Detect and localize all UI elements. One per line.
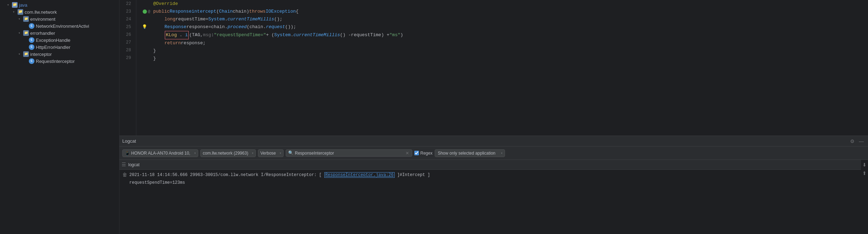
tree-item-exception-handle[interactable]: ▾ C ExceptionHandle — [0, 37, 119, 44]
folder-icon: 📁 — [23, 16, 29, 22]
tree-item-environment[interactable]: ▾ 📁 environment — [0, 15, 119, 22]
side-button-2[interactable]: ⬆ — [862, 170, 867, 177]
gutter-25: 💡 — [142, 23, 153, 31]
side-button-1[interactable]: ⬇ — [862, 161, 867, 168]
line-22: 22 — [119, 0, 133, 8]
device-select[interactable]: 📱 HONOR ALA-AN70 Android 10, — [122, 149, 198, 157]
string-lit: "requestSpendTime=" — [214, 31, 266, 39]
brace-open: { — [296, 8, 299, 15]
line-numbers: 22 23 24 25 26 27 28 29 — [119, 0, 136, 136]
system-class: System — [208, 15, 225, 23]
expand-arrow: ▾ — [18, 31, 22, 35]
annotation: @Override — [153, 0, 178, 8]
brace-close2: } — [153, 55, 156, 63]
dot: . — [291, 31, 293, 39]
logcat-content: 🗑 2021-11-18 14:14:56.666 29963-30015/co… — [119, 170, 861, 234]
var-request-time: requestTime — [175, 15, 206, 23]
tree-label: NetworkEnvironmentActivi — [36, 24, 89, 29]
tree-item-request-interceptor[interactable]: ▾ C RequestInterceptor — [0, 58, 119, 65]
regex-checkbox[interactable] — [414, 151, 419, 155]
brace-close: } — [153, 47, 156, 55]
log-text-after: ]#Intercept ] — [397, 173, 430, 177]
green-dot-icon — [143, 9, 147, 14]
tree-item-network-env[interactable]: ▾ C NetworkEnvironmentActivi — [0, 22, 119, 30]
logcat-title: Logcat — [122, 138, 136, 144]
show-app-select[interactable]: Show only selected application No Filter… — [435, 149, 505, 157]
main-container: ▾ 📁 java ▾ 📁 com.llw.network ▾ 📁 environ… — [0, 0, 868, 234]
close: ) — [400, 31, 403, 39]
code-editor: 22 23 24 25 26 27 28 29 @Override — [119, 0, 868, 136]
logcat-controls: ⚙ — — [849, 138, 865, 145]
line-26: 26 — [119, 31, 133, 39]
keyword-return: return — [164, 39, 181, 47]
current-time-millis: currentTimeMillis — [227, 15, 274, 23]
package-select[interactable]: com.llw.network (29963) — [200, 149, 256, 157]
tree-item-errorhandler[interactable]: ▾ 📁 errorhandler — [0, 30, 119, 37]
request-method: request — [266, 23, 285, 31]
paren: ( — [189, 31, 192, 39]
ms-string: "ms" — [389, 31, 400, 39]
tree-item-interceptor[interactable]: ▾ 📁 interceptor — [0, 51, 119, 58]
chain-var: chain — [233, 8, 246, 15]
colon: : — [211, 31, 214, 39]
expand-arrow: ▾ — [13, 10, 17, 14]
code-line-28: } — [142, 47, 868, 55]
line-29: 29 — [119, 54, 133, 62]
clear-search-button[interactable]: ✕ — [405, 151, 410, 156]
search-input[interactable] — [295, 151, 405, 156]
logcat-log-area: ☰ logcat 🗑 2021-11-18 14:14:56.666 29963… — [119, 160, 861, 234]
loglevel-select[interactable]: Verbose Debug Info Warn Error — [258, 149, 284, 157]
loglevel-select-wrapper: Verbose Debug Info Warn Error — [258, 149, 284, 157]
minimize-button[interactable]: — — [857, 138, 865, 145]
expand-arrow: ▾ — [7, 3, 11, 7]
parens3: () - — [340, 31, 351, 39]
code-line-22: @Override — [142, 0, 868, 8]
search-box: 🔍 ✕ — [286, 149, 412, 157]
package-select-wrapper: com.llw.network (29963) — [200, 149, 256, 157]
log-second-line: requestSpendTime=123ms — [129, 180, 185, 185]
plus2: ) + — [381, 31, 389, 39]
tree-item-java[interactable]: ▾ 📁 java — [0, 1, 119, 8]
log-link[interactable]: ResponseInterceptor.java:26 — [324, 172, 395, 178]
code-line-26: KLog . i ( TAG , msg : "requestSpendTime… — [142, 31, 868, 39]
regex-label[interactable]: Regex — [414, 151, 433, 156]
chain-type: Chain — [219, 8, 233, 15]
gear-button[interactable]: ⚙ — [849, 138, 856, 145]
tree-label: java — [19, 2, 27, 8]
show-select-wrapper: Show only selected application No Filter… — [435, 149, 505, 157]
klog-method: i — [185, 32, 188, 38]
gutter-23: @ — [142, 8, 153, 15]
menu-icon: ☰ — [122, 162, 126, 168]
editor-area: 22 23 24 25 26 27 28 29 @Override — [119, 0, 868, 234]
class-icon: C — [29, 44, 34, 50]
folder-icon: 📁 — [12, 2, 18, 8]
response-type: Response — [164, 23, 186, 31]
tree-item-http-error[interactable]: ▾ C HttpErrorHandler — [0, 44, 119, 51]
dot: . — [180, 32, 182, 38]
line-23: 23 — [119, 8, 133, 15]
log-line-1: 🗑 2021-11-18 14:14:56.666 29963-30015/co… — [119, 171, 861, 179]
klog-tag: KLog — [166, 32, 177, 38]
tree-label: com.llw.network — [25, 9, 57, 15]
tree-label: ExceptionHandle — [36, 38, 70, 43]
keyword-public: public — [153, 8, 170, 15]
parens2: ()); — [285, 23, 296, 31]
regex-label-text: Regex — [420, 151, 433, 156]
log-line-2: requestSpendTime=123ms — [119, 179, 861, 187]
expand-arrow: ▾ — [18, 17, 22, 21]
tag-var: TAG — [192, 31, 200, 39]
proceed-method: proceed — [227, 23, 247, 31]
response-var: response — [181, 39, 203, 47]
paren-close: ) — [246, 8, 249, 15]
method-name: intercept — [192, 8, 216, 15]
file-tree-sidebar: ▾ 📁 java ▾ 📁 com.llw.network ▾ 📁 environ… — [0, 0, 119, 234]
code-line-24: long requestTime = System . currentTimeM… — [142, 15, 868, 23]
logcat-label: logcat — [128, 162, 140, 167]
log-text-before: 2021-11-18 14:14:56.666 29963-30015/com.… — [129, 173, 324, 177]
throws-keyword: throws — [249, 8, 266, 15]
logcat-toolbar-left: ☰ logcat — [119, 160, 861, 170]
tree-item-com-llw[interactable]: ▾ 📁 com.llw.network — [0, 8, 119, 15]
tree-label: HttpErrorHandler — [36, 45, 70, 50]
current-time-millis2: currentTimeMillis — [293, 31, 340, 39]
side-buttons: ⬇ ⬆ — [861, 160, 868, 234]
